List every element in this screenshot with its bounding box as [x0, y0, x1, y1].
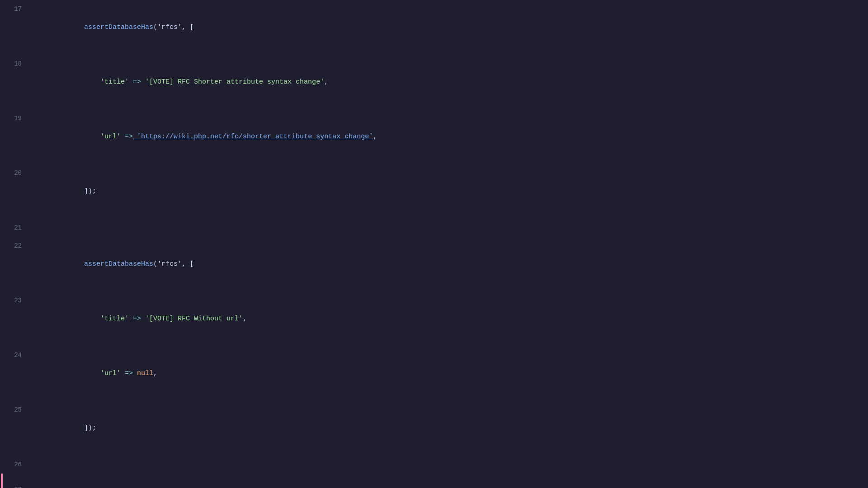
line-number-27: 27 [4, 481, 31, 488]
line-content-19: 'url' => 'https://wiki.php.net/rfc/short… [31, 110, 868, 164]
code-token: '[VOTE] RFC Without url' [141, 315, 243, 323]
line-content-23: 'title' => '[VOTE] RFC Without url', [31, 292, 868, 346]
line-number-17: 17 [4, 0, 31, 18]
code-line-18: 18 'title' => '[VOTE] RFC Shorter attrib… [0, 55, 868, 109]
code-token: ('rfcs', [ [153, 260, 194, 268]
line-number-21: 21 [4, 219, 31, 237]
line-number-19: 19 [4, 109, 31, 127]
line-number-20: 20 [4, 164, 31, 182]
gutter-marker-red [1, 474, 3, 488]
code-token: => [133, 315, 141, 323]
line-content-24: 'url' => null, [31, 347, 868, 401]
code-token: ('rfcs', [ [153, 23, 194, 31]
line-number-24: 24 [4, 346, 31, 364]
code-editor: 17 assertDatabaseHas('rfcs', [ 18 'title… [0, 0, 868, 488]
code-line-25: 25 ]); [0, 401, 868, 455]
code-token: 'title' [68, 315, 133, 323]
code-token: 'url' [68, 370, 125, 377]
line-content-20: ]); [31, 164, 868, 219]
line-content-27: assert [31, 481, 868, 488]
code-token: ]); [68, 188, 96, 195]
code-token: => [125, 133, 133, 141]
code-line-22: 22 assertDatabaseHas('rfcs', [ [0, 237, 868, 291]
code-token: , [324, 78, 328, 86]
gutter-27 [0, 474, 4, 488]
code-token: , [373, 133, 377, 141]
code-token: 'https://wiki.php.net/rfc/shorter_attrib… [133, 133, 373, 141]
code-token: , [243, 315, 247, 323]
code-token: => [125, 370, 133, 377]
code-line-27: 27 assert ★ m toBeOne () \Pest\Expectati… [0, 474, 868, 488]
code-token: null [133, 370, 153, 377]
code-token: 'url' [68, 133, 125, 141]
code-token: ]); [68, 424, 96, 432]
code-token: 'title' [68, 78, 133, 86]
code-line-19: 19 'url' => 'https://wiki.php.net/rfc/sh… [0, 109, 868, 164]
line-number-23: 23 [4, 291, 31, 310]
code-line-26: 26 [0, 455, 868, 474]
line-content-25: ]); [31, 401, 868, 455]
code-line-24: 24 'url' => null, [0, 346, 868, 401]
line-number-25: 25 [4, 401, 31, 419]
line-number-18: 18 [4, 55, 31, 73]
code-token: assertDatabaseHas [68, 23, 153, 31]
code-token: assertDatabaseHas [68, 260, 153, 268]
code-area: 17 assertDatabaseHas('rfcs', [ 18 'title… [0, 0, 868, 488]
code-token: , [153, 370, 157, 377]
code-line-17: 17 assertDatabaseHas('rfcs', [ [0, 0, 868, 55]
line-content-18: 'title' => '[VOTE] RFC Shorter attribute… [31, 55, 868, 109]
line-number-22: 22 [4, 237, 31, 255]
line-content-22: assertDatabaseHas('rfcs', [ [31, 237, 868, 291]
code-line-23: 23 'title' => '[VOTE] RFC Without url', [0, 291, 868, 346]
line-number-26: 26 [4, 455, 31, 474]
code-token: '[VOTE] RFC Shorter attribute syntax cha… [141, 78, 324, 86]
code-line-20: 20 ]); [0, 164, 868, 219]
code-token: => [133, 78, 141, 86]
code-line-21: 21 [0, 219, 868, 237]
line-content-17: assertDatabaseHas('rfcs', [ [31, 0, 868, 55]
